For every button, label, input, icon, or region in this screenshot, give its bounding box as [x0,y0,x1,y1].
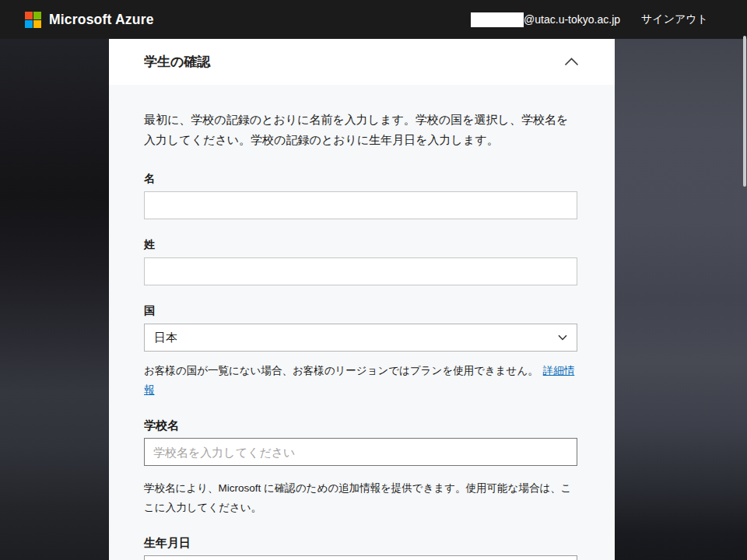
first-name-label: 名 [144,170,577,186]
birthdate-field-group: 生年月日 [144,534,577,560]
last-name-field-group: 姓 [144,236,577,285]
chevron-up-icon [564,58,579,66]
microsoft-logo-icon [25,12,41,28]
brand: Microsoft Azure [25,12,154,28]
school-help-text: 学校名により、Microsoft に確認のための追加情報を提供できます。使用可能… [144,478,577,517]
country-help-text: お客様の国が一覧にない場合、お客様のリージョンではプランを使用できません。 [144,365,538,376]
birthdate-label: 生年月日 [144,534,577,551]
school-name-label: 学校名 [144,417,577,433]
brand-name: Microsoft Azure [49,12,154,28]
first-name-input[interactable] [144,191,577,219]
last-name-label: 姓 [144,236,577,252]
panel-body: 最初に、学校の記録のとおりに名前を入力します。学校の国を選択し、学校名を入力して… [109,85,615,560]
topbar: Microsoft Azure @utac.u-tokyo.ac.jp サインア… [0,0,747,39]
country-select[interactable]: 日本 [144,324,577,352]
school-field-group: 学校名 学校名により、Microsoft に確認のための追加情報を提供できます。… [144,417,577,517]
country-label: 国 [144,303,577,318]
birthdate-input-box [144,555,577,560]
country-help: お客様の国が一覧にない場合、お客様のリージョンではプランを使用できません。詳細情… [144,361,577,400]
school-name-input[interactable] [144,438,577,466]
scrollbar[interactable] [742,0,747,560]
account-area: @utac.u-tokyo.ac.jp サインアウト [471,12,708,27]
chevron-down-icon [558,334,567,341]
redacted-username [471,12,524,27]
panel-title: 学生の確認 [144,53,210,71]
signout-button[interactable]: サインアウト [641,12,708,26]
account-email-domain: @utac.u-tokyo.ac.jp [524,13,620,26]
scrollbar-thumb[interactable] [743,36,746,187]
collapse-button[interactable] [561,54,582,69]
first-name-field-group: 名 [144,170,577,219]
panel-header: 学生の確認 [109,39,615,85]
last-name-input[interactable] [144,257,577,285]
country-selected-value: 日本 [154,331,177,345]
background-photo-left [0,39,109,560]
background-photo-right [615,39,747,560]
country-field-group: 国 日本 お客様の国が一覧にない場合、お客様のリージョンではプランを使用できませ… [144,303,577,400]
student-verification-panel: 学生の確認 最初に、学校の記録のとおりに名前を入力します。学校の国を選択し、学校… [109,39,615,560]
intro-text: 最初に、学校の記録のとおりに名前を入力します。学校の国を選択し、学校名を入力して… [144,110,577,150]
